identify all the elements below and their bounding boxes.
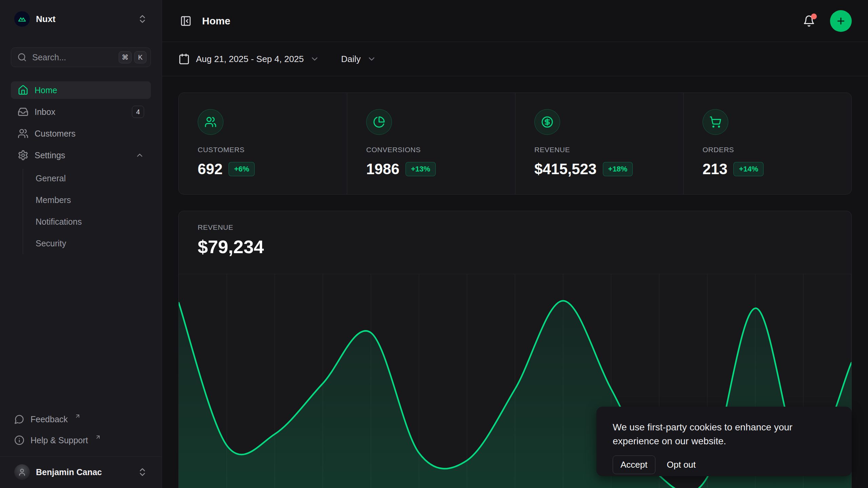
stat-delta-badge: +6% xyxy=(229,162,255,176)
avatar xyxy=(14,464,30,480)
sidebar-item-customers[interactable]: Customers xyxy=(11,125,151,142)
help-support-label: Help & Support xyxy=(31,435,88,445)
add-button[interactable] xyxy=(830,10,852,32)
home-icon xyxy=(18,85,28,96)
cookie-banner: We use first-party cookies to enhance yo… xyxy=(596,407,852,476)
feedback-label: Feedback xyxy=(31,414,68,424)
sidebar-item-label: Home xyxy=(35,85,57,95)
stat-label: CUSTOMERS xyxy=(198,146,328,154)
date-range-picker[interactable]: Aug 21, 2025 - Sep 4, 2025 xyxy=(178,53,319,65)
external-link-icon xyxy=(75,413,81,419)
chevron-down-icon xyxy=(310,54,319,64)
stat-card-customers[interactable]: CUSTOMERS 692 +6% xyxy=(179,93,347,194)
search-icon xyxy=(17,53,27,62)
settings-submenu: General Members Notifications Security xyxy=(23,169,151,254)
stat-value: $415,523 xyxy=(534,161,597,178)
users-icon xyxy=(18,128,28,139)
info-circle-icon xyxy=(14,435,24,445)
sidebar-item-home[interactable]: Home xyxy=(11,81,151,99)
stat-value: 1986 xyxy=(366,161,399,178)
stats-cards: CUSTOMERS 692 +6% CONVERSIONS 1986 +13% xyxy=(178,93,852,195)
app-root: Nuxt ⌘ K Home Inbox 4 xyxy=(0,0,868,488)
sidebar-item-general[interactable]: General xyxy=(23,169,151,187)
filters-toolbar: Aug 21, 2025 - Sep 4, 2025 Daily xyxy=(162,42,868,76)
sidebar: Nuxt ⌘ K Home Inbox 4 xyxy=(0,0,162,488)
chevron-up-icon xyxy=(135,151,144,160)
stat-card-conversions[interactable]: CONVERSIONS 1986 +13% xyxy=(347,93,515,194)
nuxt-logo-icon xyxy=(14,11,30,27)
header-actions xyxy=(802,10,852,32)
users-icon xyxy=(198,109,223,135)
sidebar-item-security[interactable]: Security xyxy=(23,235,151,252)
stat-card-revenue[interactable]: REVENUE $415,523 +18% xyxy=(515,93,683,194)
external-link-icon xyxy=(95,434,101,440)
shopping-cart-icon xyxy=(703,109,728,135)
stat-value: 213 xyxy=(703,161,727,178)
circle-dollar-icon xyxy=(534,109,560,135)
top-header: Home xyxy=(162,0,868,42)
chevron-down-icon xyxy=(367,54,376,64)
cookie-actions: Accept Opt out xyxy=(613,455,835,474)
gear-icon xyxy=(18,150,28,161)
org-switcher[interactable]: Nuxt xyxy=(11,9,151,29)
search-input[interactable] xyxy=(32,53,113,62)
org-name: Nuxt xyxy=(36,14,56,24)
stat-label: REVENUE xyxy=(534,146,664,154)
revenue-label: REVENUE xyxy=(198,223,832,231)
sidebar-item-inbox[interactable]: Inbox 4 xyxy=(11,103,151,121)
revenue-total: $79,234 xyxy=(198,236,832,257)
feedback-link[interactable]: Feedback xyxy=(11,410,151,428)
notification-dot xyxy=(811,14,817,19)
calendar-icon xyxy=(178,53,190,65)
sidebar-item-label: Settings xyxy=(35,150,65,160)
kbd-cmd: ⌘ xyxy=(119,51,132,63)
sidebar-footer: Feedback Help & Support xyxy=(11,410,151,451)
chevrons-up-down-icon xyxy=(137,14,147,24)
message-bubble-icon xyxy=(14,414,24,424)
sidebar-item-label: Customers xyxy=(35,129,76,139)
panel-left-close-icon xyxy=(180,15,192,27)
sidebar-nav: Home Inbox 4 Customers Settings General xyxy=(11,81,151,254)
kbd-k: K xyxy=(134,51,146,63)
stat-label: ORDERS xyxy=(703,146,832,154)
accept-button[interactable]: Accept xyxy=(613,455,655,474)
granularity-label: Daily xyxy=(341,54,361,64)
stat-delta-badge: +18% xyxy=(603,162,633,176)
sidebar-item-label: Inbox xyxy=(35,107,55,117)
stat-delta-badge: +14% xyxy=(733,162,764,176)
chevrons-up-down-icon xyxy=(137,467,147,477)
cookie-message: We use first-party cookies to enhance yo… xyxy=(613,420,826,448)
inbox-icon xyxy=(18,106,28,117)
stat-value: 692 xyxy=(198,161,222,178)
user-name: Benjamin Canac xyxy=(36,467,102,477)
notifications-button[interactable] xyxy=(802,14,816,28)
plus-icon xyxy=(836,16,846,26)
date-range-label: Aug 21, 2025 - Sep 4, 2025 xyxy=(196,54,304,64)
stat-card-orders[interactable]: ORDERS 213 +14% xyxy=(683,93,851,194)
sidebar-item-members[interactable]: Members xyxy=(23,191,151,209)
inbox-count-badge: 4 xyxy=(132,106,144,118)
help-support-link[interactable]: Help & Support xyxy=(11,431,151,449)
sidebar-item-notifications[interactable]: Notifications xyxy=(23,213,151,230)
user-menu[interactable]: Benjamin Canac xyxy=(11,457,151,488)
search-kbd-group: ⌘ K xyxy=(119,51,146,63)
revenue-header: REVENUE $79,234 xyxy=(179,211,851,257)
pie-chart-icon xyxy=(366,109,392,135)
opt-out-button[interactable]: Opt out xyxy=(667,460,696,470)
search-input-box[interactable]: ⌘ K xyxy=(11,47,151,67)
stat-delta-badge: +13% xyxy=(406,162,436,176)
granularity-select[interactable]: Daily xyxy=(341,54,376,64)
sidebar-item-settings[interactable]: Settings xyxy=(11,146,151,164)
sidebar-collapse-button[interactable] xyxy=(178,14,193,28)
page-title: Home xyxy=(202,15,230,27)
stat-label: CONVERSIONS xyxy=(366,146,496,154)
